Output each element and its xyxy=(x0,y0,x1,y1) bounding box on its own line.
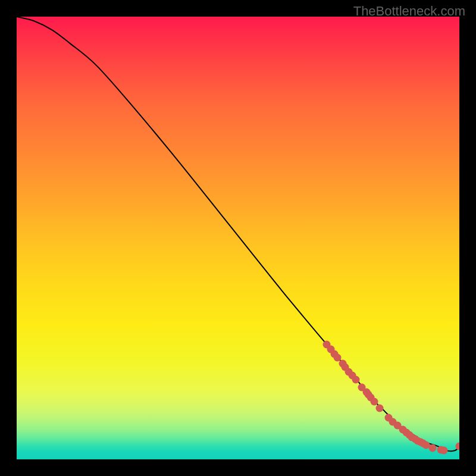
chart-svg xyxy=(17,17,459,459)
plot-area xyxy=(17,17,459,459)
data-point-marker xyxy=(352,376,359,384)
data-point-marker xyxy=(376,404,384,412)
watermark: TheBottleneck.com xyxy=(353,4,465,19)
bottleneck-curve xyxy=(17,17,459,451)
data-point-marker xyxy=(456,442,460,450)
data-point-marker xyxy=(440,447,447,455)
data-point-marker xyxy=(429,444,437,452)
